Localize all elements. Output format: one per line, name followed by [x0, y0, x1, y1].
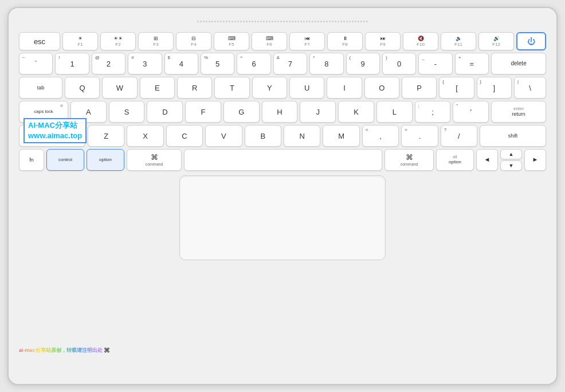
- arrow-up-down-group: ▲ ▼: [500, 149, 522, 171]
- key-d[interactable]: D: [147, 101, 183, 123]
- key-f12-label: F12: [492, 42, 500, 48]
- key-7-main: 7: [288, 60, 292, 68]
- key-f8[interactable]: ⏸ F8: [327, 32, 363, 50]
- key-f5[interactable]: ⌨ F5: [214, 32, 249, 50]
- key-equals[interactable]: + =: [455, 53, 489, 75]
- key-c[interactable]: C: [166, 125, 203, 147]
- key-s[interactable]: S: [109, 101, 145, 123]
- key-m[interactable]: M: [323, 125, 359, 147]
- key-command-left[interactable]: ⌘ command: [127, 149, 182, 171]
- key-comma[interactable]: < ,: [362, 125, 399, 147]
- key-1[interactable]: ! 1: [55, 53, 89, 75]
- key-k[interactable]: K: [338, 101, 374, 123]
- key-x[interactable]: X: [127, 125, 163, 147]
- key-option-right[interactable]: alt option: [436, 149, 474, 171]
- key-shift-right[interactable]: shift: [480, 125, 546, 147]
- key-h[interactable]: H: [262, 101, 298, 123]
- asdf-row: caps lock A S D F G H J K L : ; " ' ente…: [19, 101, 546, 123]
- key-slash[interactable]: ? /: [441, 125, 477, 147]
- key-f7[interactable]: ⏮ F7: [289, 32, 325, 50]
- key-option-left-label: option: [99, 157, 112, 163]
- key-b[interactable]: B: [245, 125, 281, 147]
- key-lbracket[interactable]: { [: [439, 77, 474, 99]
- key-shift-left[interactable]: shift: [19, 125, 85, 147]
- key-command-left-sym: ⌘: [151, 153, 158, 162]
- key-y[interactable]: Y: [252, 77, 287, 99]
- key-e[interactable]: E: [140, 77, 175, 99]
- key-arrow-right[interactable]: ►: [524, 149, 546, 171]
- key-p[interactable]: P: [402, 77, 437, 99]
- key-8-top: *: [313, 55, 315, 61]
- key-f1[interactable]: ☀ F1: [62, 32, 98, 50]
- key-quote[interactable]: " ': [453, 101, 489, 123]
- key-tilde[interactable]: ~ `: [19, 53, 53, 75]
- key-l[interactable]: L: [376, 101, 413, 123]
- key-j[interactable]: J: [300, 101, 336, 123]
- key-backslash[interactable]: | \: [514, 77, 546, 99]
- key-d-label: D: [162, 108, 167, 116]
- key-n[interactable]: N: [284, 125, 320, 147]
- key-f4[interactable]: ⊟ F4: [176, 32, 211, 50]
- key-9[interactable]: ( 9: [346, 53, 380, 75]
- key-period-top: >: [405, 127, 407, 133]
- key-equals-main: =: [470, 60, 474, 68]
- key-6-main: 6: [252, 60, 256, 68]
- key-v[interactable]: V: [205, 125, 242, 147]
- key-4[interactable]: $ 4: [164, 53, 198, 75]
- key-tilde-main: `: [35, 60, 37, 68]
- key-period[interactable]: > .: [401, 125, 438, 147]
- key-r[interactable]: R: [177, 77, 212, 99]
- key-f2[interactable]: ☀☀ F2: [100, 32, 136, 50]
- key-5[interactable]: % 5: [201, 53, 234, 75]
- key-fn[interactable]: fn: [19, 149, 44, 171]
- key-enter[interactable]: enter return: [491, 101, 546, 123]
- key-f-label: F: [201, 108, 206, 116]
- key-delete[interactable]: delete: [491, 53, 546, 75]
- key-arrow-left[interactable]: ◄: [476, 149, 498, 171]
- key-capslock[interactable]: caps lock: [19, 101, 68, 123]
- key-0[interactable]: ) 0: [382, 53, 416, 75]
- key-3[interactable]: # 3: [128, 53, 162, 75]
- key-minus[interactable]: _ -: [418, 53, 452, 75]
- key-f9[interactable]: ⏭ F9: [365, 32, 401, 50]
- key-arrow-up[interactable]: ▲: [500, 149, 522, 159]
- key-7-top: &: [277, 55, 280, 61]
- key-command-right[interactable]: ⌘ command: [384, 149, 434, 171]
- key-option-left[interactable]: option: [87, 149, 124, 171]
- key-6[interactable]: ^ 6: [237, 53, 270, 75]
- key-i[interactable]: I: [327, 77, 362, 99]
- key-b-label: B: [260, 132, 265, 140]
- trackpad[interactable]: [179, 175, 386, 260]
- laptop-body: AI-MAC分享站 www.aimac.top esc ☀ F1 ☀☀ F2 ⊞…: [7, 7, 558, 385]
- key-esc[interactable]: esc: [19, 32, 60, 50]
- key-power[interactable]: ⏻: [516, 32, 546, 50]
- key-tab[interactable]: tab: [19, 77, 62, 99]
- key-f3[interactable]: ⊞ F3: [138, 32, 174, 50]
- key-m-label: M: [338, 132, 344, 140]
- key-f[interactable]: F: [185, 101, 221, 123]
- key-w[interactable]: W: [102, 77, 137, 99]
- key-f12[interactable]: 🔊 F12: [478, 32, 514, 50]
- key-1-top: !: [58, 55, 60, 61]
- key-f6[interactable]: ⌨ F6: [252, 32, 287, 50]
- key-space[interactable]: [184, 149, 382, 171]
- key-7[interactable]: & 7: [273, 53, 307, 75]
- key-o[interactable]: O: [364, 77, 399, 99]
- key-rbracket[interactable]: } ]: [477, 77, 512, 99]
- key-a[interactable]: A: [70, 101, 107, 123]
- key-f10[interactable]: 🔇 F10: [403, 32, 438, 50]
- key-u[interactable]: U: [289, 77, 324, 99]
- key-control[interactable]: control: [46, 149, 84, 171]
- key-q[interactable]: Q: [65, 77, 100, 99]
- key-8[interactable]: * 8: [309, 53, 343, 75]
- key-g[interactable]: G: [223, 101, 260, 123]
- key-w-label: W: [116, 84, 123, 92]
- key-semicolon[interactable]: : ;: [415, 101, 451, 123]
- key-arrow-down[interactable]: ▼: [500, 160, 522, 171]
- key-f11[interactable]: 🔉 F11: [441, 32, 476, 50]
- key-z[interactable]: Z: [88, 125, 124, 147]
- trackpad-area: [19, 175, 546, 260]
- key-2[interactable]: @ 2: [92, 53, 125, 75]
- key-control-label: control: [58, 157, 72, 163]
- key-t[interactable]: T: [214, 77, 249, 99]
